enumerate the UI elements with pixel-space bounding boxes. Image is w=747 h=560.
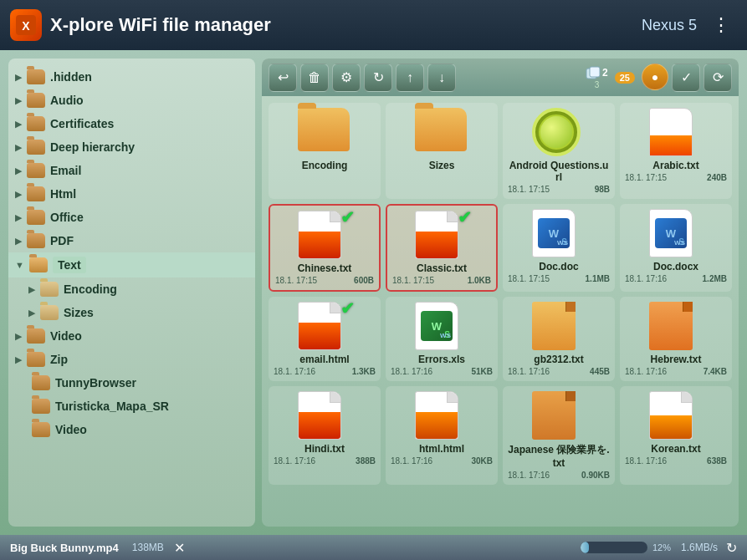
sidebar-item-office[interactable]: ▶ Office <box>8 206 255 229</box>
counter-badge: 25 <box>615 72 635 84</box>
file-size-gb2312: 445B <box>590 367 610 376</box>
titlebar: X X-plore WiFi file manager Nexus 5 ⋮ <box>0 0 747 50</box>
refresh-toolbar-button[interactable]: ↻ <box>364 64 392 92</box>
file-cell-encoding[interactable]: Encoding <box>269 103 381 199</box>
file-icon-korean <box>649 391 703 440</box>
sidebar-label-office: Office <box>50 211 84 224</box>
back-button[interactable]: ↩ <box>269 64 297 92</box>
download-button[interactable]: ↓ <box>427 64 456 92</box>
file-cell-docx[interactable]: W S Doc.docx 18.1. 17:16 1.2MB <box>620 204 732 292</box>
file-size-html-html: 30KB <box>471 456 493 466</box>
txt-overlay-html-html <box>416 412 458 439</box>
circle-button[interactable]: ● <box>642 64 668 90</box>
sidebar-item-zip[interactable]: ▶ Zip <box>8 348 255 371</box>
file-meta-gb2312: 18.1. 17:16 445B <box>508 367 610 376</box>
progress-bar-fill <box>581 542 589 553</box>
sidebar-item-audio[interactable]: ▶ Audio <box>8 89 255 112</box>
txt-icon-arabic <box>649 108 693 156</box>
folder-icon-video-sub <box>27 328 45 344</box>
file-meta-errors-xls: 18.1. 17:16 51KB <box>391 367 493 376</box>
sidebar-item-tunnybrowser[interactable]: TunnyBrowser <box>8 371 255 395</box>
sidebar-item-deep-hierarchy[interactable]: ▶ Deep hierarchy <box>8 135 255 159</box>
sidebar-item-html[interactable]: ▶ Html <box>8 182 255 206</box>
file-name-korean: Korean.txt <box>651 443 700 455</box>
close-download-button[interactable]: ✕ <box>174 540 185 556</box>
file-cell-html-html[interactable]: html.html 18.1. 17:16 30KB <box>386 386 498 485</box>
expand-arrow-pdf: ▶ <box>15 236 22 247</box>
file-date-doc: 18.1. 17:15 <box>508 274 550 283</box>
file-date-hebrew: 18.1. 17:16 <box>625 367 667 376</box>
status-bar: Big Buck Bunny.mp4 138MB ✕ 12% 1.6MB/s ↻ <box>0 535 747 560</box>
file-cell-doc[interactable]: W S Doc.doc 18.1. 17:15 1.1MB <box>503 204 615 292</box>
file-date-android: 18.1. 17:15 <box>508 185 550 194</box>
file-name-arabic: Arabic.txt <box>652 160 698 171</box>
sidebar-item-encoding[interactable]: ▶ Encoding <box>8 277 255 301</box>
check-button[interactable]: ✓ <box>672 64 700 92</box>
file-icon-chinese: ✔ <box>298 211 351 259</box>
file-cell-korean[interactable]: Korean.txt 18.1. 17:16 638B <box>620 386 732 485</box>
file-meta-arabic: 18.1. 17:15 240B <box>625 173 727 182</box>
file-cell-chinese[interactable]: ✔ Chinese.txt 18.1. 17:15 600B <box>269 204 381 292</box>
file-date-classic: 18.1. 17:15 <box>392 276 434 285</box>
folder-icon-certificates <box>27 116 45 131</box>
file-sub-count: 3 <box>595 80 600 89</box>
file-name-japanese: Japanese 保険業界を.txt <box>508 443 610 469</box>
sync-button[interactable]: ⟳ <box>704 64 732 92</box>
file-size-japanese: 0.90KB <box>581 471 610 480</box>
sidebar-item-hidden[interactable]: ▶ .hidden <box>8 65 255 89</box>
sidebar-label-zip: Zip <box>50 353 68 366</box>
sidebar-item-certificates[interactable]: ▶ Certificates <box>8 112 255 135</box>
sidebar-label-audio: Audio <box>50 94 84 107</box>
file-name-doc: Doc.doc <box>539 261 578 272</box>
file-cell-email-html[interactable]: ✔ email.html 18.1. 17:16 1.3KB <box>269 297 381 381</box>
file-cell-gb2312[interactable]: gb2312.txt 18.1. 17:16 445B <box>503 297 615 381</box>
file-cell-arabic[interactable]: Arabic.txt 18.1. 17:15 240B <box>620 103 732 199</box>
ws-text-doc: W <box>549 227 559 240</box>
file-meta-korean: 18.1. 17:16 638B <box>625 456 727 466</box>
file-cell-sizes[interactable]: Sizes <box>386 103 498 199</box>
file-meta-hindi: 18.1. 17:16 388B <box>274 456 376 466</box>
sidebar-label-tunnybrowser: TunnyBrowser <box>55 376 136 389</box>
file-name-errors-xls: Errors.xls <box>418 354 465 365</box>
file-meta-hebrew: 18.1. 17:16 7.4KB <box>625 367 727 376</box>
file-name-sizes: Sizes <box>429 160 455 171</box>
folder-icon-deep <box>27 140 45 155</box>
file-cell-japanese[interactable]: Japanese 保険業界を.txt 18.1. 17:16 0.90KB <box>503 386 615 485</box>
url-icon-inner <box>539 115 574 150</box>
expand-arrow-deep: ▶ <box>15 142 22 153</box>
sidebar-item-video[interactable]: Video <box>8 418 255 441</box>
folder-icon-encoding <box>40 282 59 297</box>
sidebar-label-email: Email <box>50 164 81 177</box>
upload-button[interactable]: ↑ <box>396 64 424 92</box>
file-icon-email-html: ✔ <box>298 302 351 350</box>
file-cell-android-questions[interactable]: Android Questions.url 18.1. 17:15 98B <box>503 103 615 199</box>
sidebar-item-pdf[interactable]: ▶ PDF <box>8 229 255 252</box>
menu-button[interactable]: ⋮ <box>705 11 737 39</box>
refresh-download-button[interactable]: ↻ <box>726 540 737 556</box>
sidebar-item-email[interactable]: ▶ Email <box>8 159 255 182</box>
file-icon-sizes <box>415 108 468 156</box>
file-icon-arabic <box>649 108 703 156</box>
file-cell-hindi[interactable]: Hindi.txt 18.1. 17:16 388B <box>269 386 381 485</box>
ws-text-docx: W <box>666 227 676 240</box>
sidebar-item-sizes[interactable]: ▶ Sizes <box>8 301 255 324</box>
file-size-korean: 638B <box>707 456 727 466</box>
file-icon-classic: ✔ <box>415 211 468 259</box>
file-cell-errors-xls[interactable]: W S Errors.xls 18.1. 17:16 51KB <box>386 297 498 381</box>
txt-icon-html-html <box>415 391 458 440</box>
file-cell-hebrew[interactable]: Hebrew.txt 18.1. 17:16 7.4KB <box>620 297 732 381</box>
sidebar-label-deep: Deep hierarchy <box>50 140 135 154</box>
expand-arrow-zip: ▶ <box>15 354 22 365</box>
sidebar-item-video-sub[interactable]: ▶ Video <box>8 324 255 348</box>
delete-button[interactable]: 🗑 <box>300 64 329 92</box>
file-date-hindi: 18.1. 17:16 <box>274 456 315 466</box>
settings-button[interactable]: ⚙ <box>332 64 361 92</box>
file-cell-classic[interactable]: ✔ Classic.txt 18.1. 17:15 1.0KB <box>386 204 498 292</box>
sidebar-label-video-sub: Video <box>50 329 82 343</box>
sidebar: ▶ .hidden ▶ Audio ▶ Certificates ▶ Deep … <box>8 59 255 527</box>
sidebar-item-text[interactable]: ▼ Text <box>8 252 255 277</box>
file-name-encoding: Encoding <box>302 160 348 171</box>
folder-icon-sizes <box>40 305 59 320</box>
app-icon: X <box>10 9 42 41</box>
sidebar-item-turisticka[interactable]: Turisticka_Mapa_SR <box>8 395 255 418</box>
